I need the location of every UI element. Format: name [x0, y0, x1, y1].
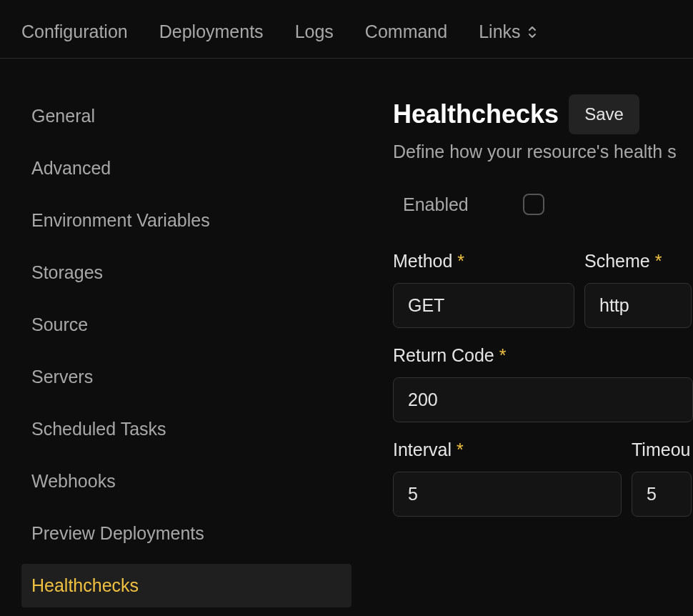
interval-timeout-row: Interval * Timeou	[393, 439, 693, 517]
timeout-field: Timeou	[632, 439, 692, 517]
sidebar-item-webhooks[interactable]: Webhooks	[21, 459, 352, 503]
sidebar-item-label: Preview Deployments	[31, 523, 204, 543]
enabled-checkbox[interactable]	[523, 194, 544, 215]
tab-links[interactable]: Links	[479, 21, 537, 42]
tab-label: Logs	[295, 21, 334, 42]
interval-field: Interval *	[393, 439, 622, 517]
method-field: Method *	[393, 251, 574, 328]
interval-label: Interval *	[393, 439, 622, 460]
return-code-label: Return Code *	[393, 345, 693, 366]
tab-label: Links	[479, 21, 520, 42]
sidebar-item-general[interactable]: General	[21, 94, 352, 138]
sidebar-item-healthchecks[interactable]: Healthchecks	[21, 564, 352, 607]
interval-input[interactable]	[393, 472, 622, 517]
tab-label: Deployments	[159, 21, 264, 42]
return-code-input[interactable]	[393, 377, 693, 422]
sidebar: General Advanced Environment Variables S…	[0, 94, 352, 616]
sidebar-item-label: Advanced	[31, 158, 111, 178]
sidebar-item-servers[interactable]: Servers	[21, 355, 352, 399]
sidebar-item-label: General	[31, 106, 95, 126]
sidebar-item-label: Source	[31, 314, 88, 334]
sidebar-item-label: Scheduled Tasks	[31, 419, 166, 439]
label-text: Return Code	[393, 345, 494, 365]
enabled-label: Enabled	[403, 194, 469, 215]
sidebar-item-source[interactable]: Source	[21, 303, 352, 347]
scheme-select[interactable]	[584, 283, 692, 328]
timeout-label: Timeou	[632, 439, 692, 460]
tab-logs[interactable]: Logs	[295, 21, 334, 42]
required-asterisk: *	[457, 439, 464, 459]
sidebar-item-label: Healthchecks	[31, 575, 139, 595]
tab-configuration[interactable]: Configuration	[21, 21, 128, 42]
top-tabs: Configuration Deployments Logs Command L…	[0, 0, 693, 59]
label-text: Interval	[393, 439, 452, 459]
label-text: Scheme	[584, 251, 650, 271]
tab-label: Configuration	[21, 21, 128, 42]
chevron-updown-icon	[527, 26, 538, 38]
page-subtitle: Define how your resource's health s	[393, 141, 693, 162]
main-panel: Healthchecks Save Define how your resour…	[352, 94, 693, 616]
content: General Advanced Environment Variables S…	[0, 59, 693, 616]
timeout-input[interactable]	[632, 472, 692, 517]
return-code-field: Return Code *	[393, 345, 693, 422]
return-code-row: Return Code *	[393, 345, 693, 422]
enabled-row: Enabled	[393, 194, 693, 215]
sidebar-item-scheduled-tasks[interactable]: Scheduled Tasks	[21, 407, 352, 451]
label-text: Method	[393, 251, 452, 271]
method-scheme-row: Method * Scheme *	[393, 251, 693, 328]
scheme-label: Scheme *	[584, 251, 692, 272]
required-asterisk: *	[457, 251, 464, 271]
tab-label: Command	[365, 21, 447, 42]
label-text: Timeou	[632, 439, 690, 459]
sidebar-item-environment-variables[interactable]: Environment Variables	[21, 199, 352, 242]
sidebar-item-label: Storages	[31, 262, 103, 282]
sidebar-item-label: Servers	[31, 367, 93, 387]
method-select[interactable]	[393, 283, 574, 328]
scheme-field: Scheme *	[584, 251, 692, 328]
tab-deployments[interactable]: Deployments	[159, 21, 264, 42]
sidebar-item-preview-deployments[interactable]: Preview Deployments	[21, 512, 352, 555]
header-row: Healthchecks Save	[393, 94, 693, 134]
page-title: Healthchecks	[393, 99, 559, 129]
required-asterisk: *	[655, 251, 662, 271]
tab-command[interactable]: Command	[365, 21, 447, 42]
method-label: Method *	[393, 251, 574, 272]
sidebar-item-storages[interactable]: Storages	[21, 251, 352, 294]
sidebar-item-label: Environment Variables	[31, 210, 210, 230]
required-asterisk: *	[499, 345, 507, 365]
sidebar-item-advanced[interactable]: Advanced	[21, 146, 352, 190]
save-button[interactable]: Save	[569, 94, 639, 134]
sidebar-item-label: Webhooks	[31, 471, 116, 491]
